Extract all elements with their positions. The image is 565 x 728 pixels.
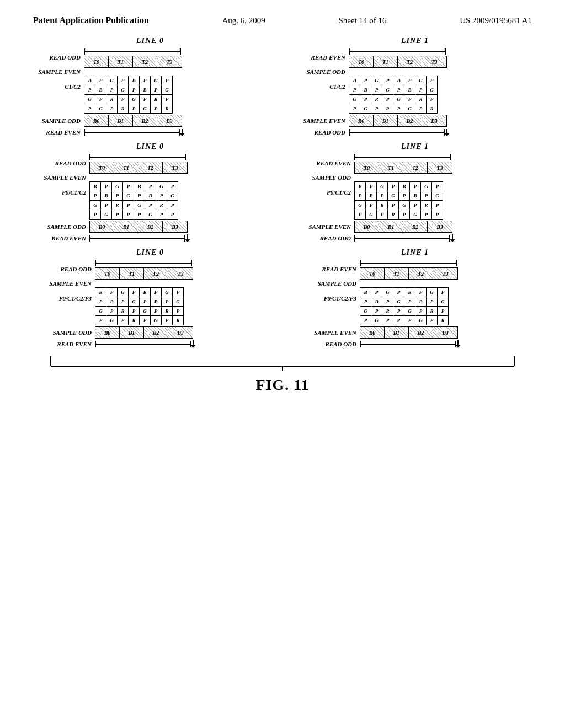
register-cell: B0 [84, 115, 109, 126]
register-cell: T1 [385, 268, 409, 279]
register-cell: B1 [385, 327, 409, 338]
pixel-grid: BPGPBPGPPBPGPBPGGPRPGPRPPGPRPGPR [89, 181, 178, 220]
grid-cell: P [349, 85, 360, 95]
grid-cell: R [382, 104, 393, 114]
grid-cell: P [427, 95, 438, 104]
grid-cell: P [118, 316, 129, 325]
grid-cell: G [129, 297, 140, 307]
grid-cell: G [360, 104, 371, 114]
grid-cell: R [129, 316, 140, 325]
grid-cell: P [438, 288, 449, 297]
grid-cell: P [393, 85, 404, 95]
register-cell: B1 [374, 115, 398, 126]
register-cell: B3 [157, 115, 182, 126]
grid-cell: P [90, 210, 101, 220]
register-cell: B2 [144, 327, 168, 338]
register-cell: T3 [163, 162, 187, 173]
register-cell: T1 [120, 268, 144, 279]
grid-cell: P [140, 76, 151, 85]
grid-cell: P [349, 104, 360, 114]
grid-cell: P [421, 210, 432, 220]
pixel-grid: BPGPBPGPPBPGPBPGGPRPGPRPPGPRPGPR [354, 181, 443, 220]
c-label: C1/C2 [299, 76, 349, 90]
grid-cell: P [145, 201, 156, 210]
grid-cell: G [95, 307, 106, 316]
bot-arrow-bar-col: B0B1B2B3 [89, 221, 188, 233]
register-cell: T3 [428, 162, 452, 173]
grid-row: P0/C1/C2/P3BPGPBPGPPBPGPBPGGPRPGPRPPGPRP… [299, 287, 449, 325]
register-cell: T3 [422, 56, 446, 67]
arrow-bar-col: T0T1T2T3 [95, 259, 193, 280]
grid-cell: P [415, 104, 427, 114]
bot-arrow-line [349, 128, 450, 137]
read-even-row: READ EVEN [34, 340, 196, 349]
read-odd-row: READ ODDT0T1T2T3 [34, 47, 182, 68]
read-even-row: READ ODD [299, 340, 461, 349]
register-cell: T0 [90, 162, 114, 173]
grid-cell: P [382, 76, 393, 85]
bot-arrow-line [89, 234, 190, 243]
arrow-bar-col: T0T1T2T3 [349, 47, 447, 68]
grid-cell: P [355, 210, 366, 220]
grid-cell: G [140, 104, 151, 114]
bot-arrow-bar-col: B0B1B2B3 [349, 115, 447, 127]
sample-even-row: SAMPLE EVEN [34, 280, 95, 287]
grid-cell: B [134, 182, 145, 191]
grid-cell: P [432, 182, 443, 191]
grid-cell: R [388, 210, 399, 220]
grid-cell: P [404, 316, 415, 325]
grid-cell: G [156, 182, 167, 191]
grid-cell: P [95, 76, 106, 85]
grid-cell: P [393, 104, 404, 114]
grid-cell: G [129, 95, 140, 104]
grid-cell: G [84, 95, 95, 104]
bot-arrow-bar-col: B0B1B2B3 [354, 221, 452, 233]
grid-cell: R [162, 307, 173, 316]
sample-even-label: SAMPLE ODD [299, 68, 349, 75]
grid-cell: G [151, 76, 162, 85]
grid-cell: G [140, 307, 151, 316]
c-label: P0/C1/C2/P3 [34, 287, 95, 302]
register-cell: T1 [379, 162, 403, 173]
grid-cell: R [393, 316, 404, 325]
register-cell: T3 [157, 56, 182, 67]
grid-cell: B [371, 297, 382, 307]
register-cell: B2 [138, 221, 163, 232]
diagram-title: LINE 0 [34, 36, 266, 45]
sample-odd-row: SAMPLE ODDB0B1B2B3 [34, 326, 193, 339]
register-cell: T2 [144, 268, 168, 279]
grid-cell: R [162, 104, 173, 114]
grid-cell: P [371, 85, 382, 95]
grid-cell: P [151, 307, 162, 316]
grid-cell: P [360, 95, 371, 104]
grid-cell: P [162, 95, 173, 104]
grid-cell: P [118, 297, 129, 307]
register-cell: T3 [168, 268, 193, 279]
grid-cell: P [145, 182, 156, 191]
read-odd-row: READ ODDT0T1T2T3 [34, 153, 188, 174]
grid-cell: G [106, 316, 118, 325]
grid-cell: P [156, 191, 167, 201]
register-cell: B0 [90, 221, 114, 232]
sample-even-row: SAMPLE ODD [299, 280, 360, 287]
grid-row: C1/C2BPGPBPGPPBPGPBPGGPRPGPRPPGPRPGPR [34, 76, 173, 114]
read-even-row: READ ODD [299, 234, 455, 243]
grid-cell: B [415, 297, 427, 307]
read-odd-label: READ ODD [34, 54, 84, 61]
main-content: LINE 0READ ODDT0T1T2T3SAMPLE EVENC1/C2BP… [0, 31, 565, 399]
grid-cell: G [415, 76, 427, 85]
sample-odd-row: SAMPLE EVENB0B1B2B3 [299, 326, 458, 339]
grid-cell: R [371, 95, 382, 104]
read-odd-label: READ EVEN [299, 54, 349, 61]
sample-even-label: SAMPLE EVEN [34, 68, 84, 75]
bot-arrow-line [354, 234, 455, 243]
grid-cell: B [393, 76, 404, 85]
register-cell: B1 [109, 115, 133, 126]
grid-cell: P [129, 85, 140, 95]
grid-cell: P [355, 191, 366, 201]
grid-cell: R [173, 316, 184, 325]
grid-cell: G [151, 316, 162, 325]
register-cell: T3 [433, 268, 457, 279]
bot-arrow-bar-col: B0B1B2B3 [84, 115, 182, 127]
grid-cell: R [112, 201, 123, 210]
